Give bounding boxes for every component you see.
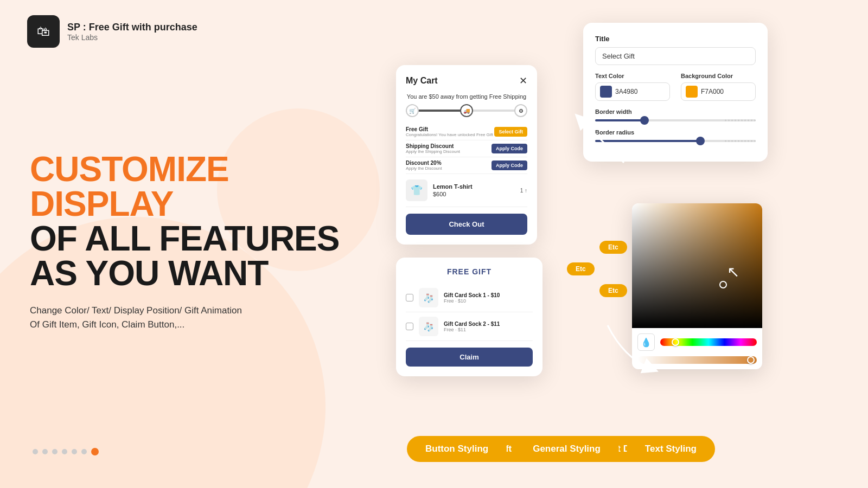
- apply-code-button-2[interactable]: Apply Code: [492, 160, 527, 170]
- pagination-dots: [33, 448, 99, 455]
- cart-row-sub-0: Congratulations! You have unlocked Free …: [406, 132, 493, 137]
- dot-6[interactable]: [81, 449, 87, 454]
- cart-row-name-0: Free Gift: [406, 126, 493, 132]
- floating-label-2: Etc: [567, 262, 595, 275]
- dot-2[interactable]: [42, 449, 48, 454]
- select-gift-button[interactable]: Select Gift: [494, 127, 527, 137]
- bg-color-field: Background Color: [681, 73, 756, 101]
- floating-label-1: Etc: [599, 241, 627, 254]
- headline-line2: OF ALL FEATURES: [30, 221, 344, 256]
- dot-4[interactable]: [62, 449, 67, 454]
- text-color-label: Text Color: [595, 73, 670, 79]
- text-color-field: Text Color: [595, 73, 670, 101]
- color-row: Text Color Background Color: [595, 73, 756, 101]
- dot-1[interactable]: [33, 449, 38, 454]
- border-radius-thumb[interactable]: [696, 137, 705, 145]
- free-gift-widget: FREE GIFT 🧦 Gift Card Sock 1 - $10 Free …: [396, 258, 542, 376]
- cart-row-sub-2: Apply the Discount: [406, 166, 442, 171]
- cursor-icon: ↖: [727, 263, 739, 281]
- arrow-1: [570, 108, 635, 174]
- bottom-main-badges: Button Styling General Styling Text Styl…: [407, 436, 715, 462]
- border-width-dots: [725, 120, 756, 121]
- progress-track: 🛒 🚚 ⚙: [406, 110, 527, 112]
- title-input[interactable]: [595, 47, 756, 65]
- bg-color-value[interactable]: [701, 88, 751, 95]
- my-cart-widget: My Cart ✕ You are $50 away from getting …: [396, 65, 537, 245]
- hue-thumb[interactable]: [672, 338, 679, 346]
- opacity-thumb[interactable]: [747, 356, 755, 364]
- progress-icon-truck: 🚚: [460, 104, 473, 117]
- cart-row-name-2: Discount 20%: [406, 160, 442, 166]
- arrow-2: [597, 314, 662, 380]
- border-width-thumb[interactable]: [640, 116, 649, 125]
- checkout-button[interactable]: Check Out: [406, 214, 527, 235]
- floating-label-3: Etc: [599, 284, 627, 297]
- dot-3[interactable]: [52, 449, 58, 454]
- bg-color-label: Background Color: [681, 73, 756, 79]
- cart-row-sub-1: Apply the Shipping Discount: [406, 149, 460, 154]
- progress-icon-gift: ⚙: [514, 104, 527, 117]
- free-gift-title: FREE GIFT: [406, 267, 533, 276]
- gift-checkbox-0[interactable]: [406, 294, 413, 301]
- general-styling-badge[interactable]: General Styling: [514, 436, 619, 462]
- claim-button[interactable]: Claim: [406, 348, 533, 367]
- hue-slider[interactable]: [660, 338, 757, 346]
- bg-color-swatch: [686, 86, 698, 98]
- dot-7-active[interactable]: [91, 448, 99, 455]
- gift-image-1: 🧦: [419, 317, 438, 336]
- progress-icon-cart: 🛒: [406, 104, 419, 117]
- text-color-value[interactable]: [615, 88, 665, 95]
- product-image: 👕: [406, 179, 427, 201]
- title-label: Title: [595, 35, 756, 43]
- cart-product: 👕 Lemon T-shirt $600 1 ↑: [406, 174, 527, 207]
- gift-checkbox-1[interactable]: [406, 323, 413, 330]
- logo-icon: 🛍: [37, 24, 50, 39]
- cart-row-shipping: Shipping Discount Apply the Shipping Dis…: [406, 140, 527, 157]
- subtitle-line1: Change Color/ Text/ Display Position/ Gi…: [30, 305, 242, 316]
- gift-image-0: 🧦: [419, 288, 438, 307]
- app-name: SP : Free Gift with purchase: [67, 22, 197, 33]
- product-name: Lemon T-shirt: [433, 183, 473, 190]
- gift-item-0: 🧦 Gift Card Sock 1 - $10 Free · $10: [406, 284, 533, 312]
- headline-line3: AS YOU WANT: [30, 256, 344, 291]
- logo-box: 🛍: [27, 15, 60, 48]
- text-styling-badge[interactable]: Text Styling: [627, 436, 715, 462]
- logo-text: SP : Free Gift with purchase Tek Labs: [67, 22, 197, 42]
- left-content: CUSTOMIZE DISPLAY OF ALL FEATURES AS YOU…: [30, 152, 344, 331]
- gift-price-1: Free · $11: [444, 327, 500, 332]
- apply-code-button-1[interactable]: Apply Code: [492, 144, 527, 153]
- progress-bar: 🛒 🚚 ⚙: [406, 105, 527, 116]
- progress-icons: 🛒 🚚 ⚙: [406, 104, 527, 117]
- cart-row-free-gift: Free Gift Congratulations! You have unlo…: [406, 124, 527, 140]
- gift-name-1: Gift Card Sock 2 - $11: [444, 321, 500, 327]
- header: 🛍 SP : Free Gift with purchase Tek Labs: [27, 15, 197, 48]
- button-styling-badge[interactable]: Button Styling: [407, 436, 507, 462]
- gradient-thumb[interactable]: [719, 281, 727, 288]
- subtitle-line2: Of Gift Item, Gift Icon, Claim Button,..…: [30, 319, 184, 330]
- cart-row-discount: Discount 20% Apply the Discount Apply Co…: [406, 157, 527, 174]
- cart-title: My Cart: [406, 76, 438, 86]
- gift-item-1: 🧦 Gift Card Sock 2 - $11 Free · $11: [406, 312, 533, 341]
- product-price: $600: [433, 191, 473, 197]
- gift-name-0: Gift Card Sock 1 - $10: [444, 292, 500, 298]
- gift-price-0: Free · $10: [444, 298, 500, 304]
- cart-header: My Cart ✕: [406, 75, 527, 87]
- text-color-input-row[interactable]: [595, 82, 670, 101]
- cart-row-name-1: Shipping Discount: [406, 143, 460, 149]
- headline-line1: CUSTOMIZE DISPLAY: [30, 152, 344, 221]
- text-color-swatch: [600, 86, 612, 98]
- dot-5[interactable]: [72, 449, 77, 454]
- close-button[interactable]: ✕: [519, 75, 527, 87]
- bg-color-input-row[interactable]: [681, 82, 756, 101]
- border-radius-dots: [725, 140, 756, 142]
- app-company: Tek Labs: [67, 33, 197, 42]
- cart-shipping-msg: You are $50 away from getting Free Shipp…: [406, 93, 527, 100]
- subtitle: Change Color/ Text/ Display Position/ Gi…: [30, 304, 344, 331]
- product-qty: 1 ↑: [520, 188, 527, 194]
- color-gradient[interactable]: ↖: [632, 203, 762, 328]
